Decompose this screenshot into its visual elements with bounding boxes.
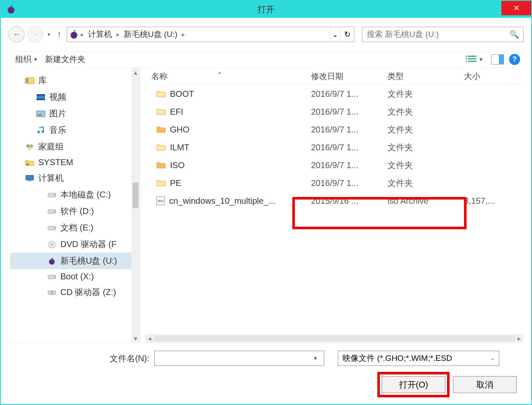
cd-icon [47,288,57,297]
file-name-label: ISO [170,160,184,170]
dialog-footer: 文件名(N): ▼ 映像文件 (*.GHO;*.WIM;*.ESD ⌄ 打开(O… [8,343,524,395]
address-dropdown[interactable]: ⌄ [330,27,340,42]
chevron-right-icon: ▸ [116,31,120,38]
file-name-label: BOOT [170,89,194,99]
scroll-up-icon[interactable]: ▴ [131,68,140,76]
cell-name: GHO [145,125,311,135]
svg-rect-6 [466,61,467,62]
search-input[interactable] [367,30,509,39]
help-button[interactable]: ? [509,54,520,65]
tree-item-label: 图片 [49,108,66,119]
tree-item[interactable]: 本地磁盘 (C:) [10,186,140,203]
open-button[interactable]: 打开(O) [382,376,445,393]
tree-scrollbar[interactable]: ▴ ▾ [131,68,140,343]
tree-item[interactable]: CD 驱动器 (Z:) [10,284,140,301]
disk-icon [47,224,57,232]
column-header-size[interactable]: 大小 [464,71,515,82]
refresh-button[interactable]: ↻ [340,27,354,42]
file-row[interactable]: PE2016/9/7 1...文件夹 [145,174,524,192]
cell-type: 文件夹 [388,124,464,135]
svg-rect-7 [468,61,476,62]
close-button[interactable]: ✕ [501,1,531,15]
tree-item[interactable]: 新毛桃U盘 (U:) [10,253,140,269]
scroll-track[interactable] [154,335,515,341]
scroll-down-icon[interactable]: ▾ [131,334,140,343]
chevron-down-icon[interactable]: ▼ [310,355,320,361]
filename-input[interactable] [158,354,310,363]
scroll-thumb[interactable] [133,183,139,208]
tree-item[interactable]: 音乐 [10,122,140,138]
svg-rect-11 [37,94,45,96]
view-button[interactable]: ▼ [463,53,486,66]
organize-button[interactable]: 组织 ▼ [12,52,42,67]
cell-date: 2015/9/16 ... [311,196,388,206]
cell-name: BOOT [145,89,311,99]
picture-icon [36,110,46,118]
svg-point-28 [54,227,55,228]
tree-item[interactable]: 文档 (E:) [10,219,140,236]
tree-item-label: 新毛桃U盘 (U:) [60,255,117,267]
tree-item[interactable]: 计算机 [10,170,140,186]
up-button[interactable]: ↑ [54,29,64,40]
search-box[interactable]: 🔍 [362,27,524,42]
tree-item-label: SYSTEM [38,158,73,167]
arrow-right-icon: → [31,30,39,39]
svg-point-30 [51,244,53,245]
tree-item-label: 计算机 [38,172,64,184]
svg-point-35 [50,291,54,294]
tree-item[interactable]: DVD 驱动器 (F [10,236,140,253]
new-folder-button[interactable]: 新建文件夹 [42,52,89,67]
tree-item[interactable]: 图片 [10,105,140,122]
svg-point-20 [26,163,29,166]
file-row[interactable]: EFI2016/9/7 1...文件夹 [145,103,524,121]
cancel-button[interactable]: 取消 [453,376,517,393]
file-row[interactable]: ISO2016/9/7 1...文件夹 [145,156,524,174]
search-icon: 🔍 [509,30,519,39]
tree-item[interactable]: 库 [10,72,140,89]
close-icon: ✕ [513,3,520,13]
file-row[interactable]: GHO2016/9/7 1...文件夹 [145,121,524,138]
breadcrumb-drive[interactable]: 新毛桃U盘 (U:) [121,28,180,41]
scroll-right-icon[interactable]: ▸ [515,334,524,343]
cell-date: 2016/9/7 1... [311,143,388,152]
folder-icon [156,90,166,98]
file-row[interactable]: ISOcn_windows_10_multiple_...2015/9/16 .… [145,192,524,210]
forward-button[interactable]: → [27,26,43,42]
sort-ascending-icon: ▲ [218,70,222,75]
column-header-date[interactable]: 修改日期 [311,71,388,82]
sysfolder-icon [25,158,35,167]
tree-item[interactable]: 软件 (D:) [10,203,140,219]
scroll-left-icon[interactable]: ◂ [145,334,154,343]
tree-item[interactable]: 视频 [10,89,140,105]
file-row[interactable]: ILMT2016/9/7 1...文件夹 [145,138,524,156]
preview-pane-button[interactable] [491,54,504,65]
filename-row: 文件名(N): ▼ 映像文件 (*.GHO;*.WIM;*.ESD ⌄ [12,351,520,366]
folder-icon [156,126,166,133]
filename-combo[interactable]: ▼ [154,351,324,366]
horizontal-scrollbar[interactable]: ◂ ▸ [145,334,524,343]
tree-item[interactable]: SYSTEM [10,155,140,170]
tree-item[interactable]: Boot (X:) [10,269,140,284]
breadcrumb-computer[interactable]: 计算机 [85,28,115,41]
navigation-tree: 库视频图片音乐家庭组SYSTEM计算机本地磁盘 (C:)软件 (D:)文档 (E… [8,68,140,305]
chevron-right-icon: ▸ [181,31,186,38]
svg-rect-12 [37,99,45,100]
file-type-filter[interactable]: 映像文件 (*.GHO;*.WIM;*.ESD ⌄ [338,351,499,366]
svg-point-16 [42,130,44,133]
svg-rect-4 [466,58,467,59]
file-name-label: EFI [170,107,183,117]
address-bar[interactable]: ▸ 计算机 ▸ 新毛桃U盘 (U:) ▸ ⌄ ↻ [67,27,354,42]
file-list-pane: 名称 ▲ 修改日期 类型 大小 BOOT2016/9/7 1...文件夹EFI2… [140,68,524,343]
history-dropdown[interactable]: ▾ [46,31,52,37]
file-row[interactable]: BOOT2016/9/7 1...文件夹 [145,85,524,103]
tree-item-label: DVD 驱动器 (F [60,239,116,250]
column-header-type[interactable]: 类型 [388,71,464,82]
arrow-left-icon: ← [13,30,20,39]
back-button[interactable]: ← [8,26,25,42]
disk-icon [47,191,57,199]
tree-item[interactable]: 家庭组 [10,138,140,155]
svg-point-24 [54,194,55,195]
column-header-name[interactable]: 名称 ▲ [145,71,311,82]
peach-icon [47,257,57,265]
content-area: 库视频图片音乐家庭组SYSTEM计算机本地磁盘 (C:)软件 (D:)文档 (E… [8,68,524,343]
